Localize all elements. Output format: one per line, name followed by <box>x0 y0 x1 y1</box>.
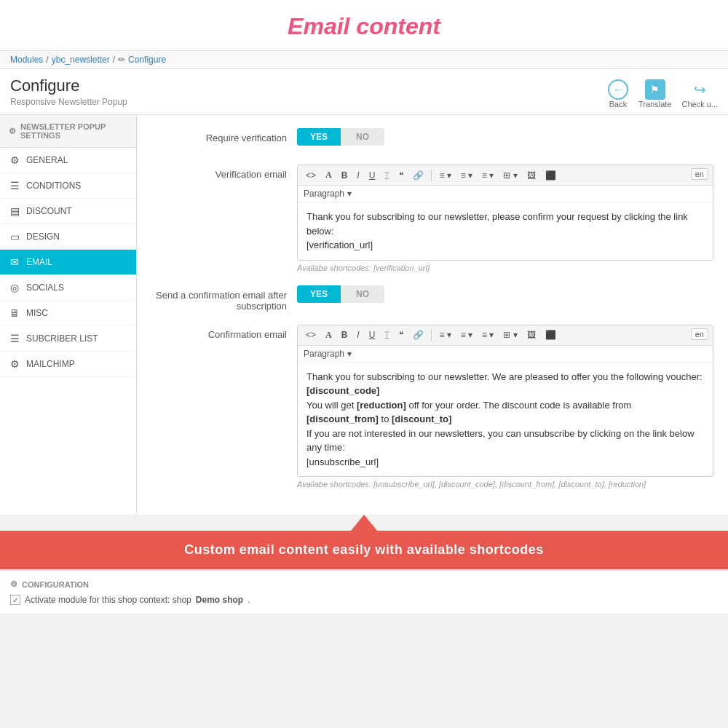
conf-toolbar-code-btn[interactable]: <> <box>302 328 320 341</box>
bottom-arrow-icon <box>351 515 377 531</box>
toolbar-align-btn[interactable]: ≡ ▾ <box>435 169 454 182</box>
require-verification-control: YES NO <box>297 128 713 151</box>
toolbar-quote-btn[interactable]: ❝ <box>395 169 407 182</box>
confirmation-lang-badge[interactable]: en <box>691 328 708 340</box>
sidebar-header-label: NEWSLETTER POPUP SETTINGS <box>20 122 127 140</box>
conf-toolbar-media-btn[interactable]: ⬛ <box>542 328 560 341</box>
toolbar-list1-btn[interactable]: ≡ ▾ <box>457 169 476 182</box>
sidebar-item-mailchimp-label: MAILCHIMP <box>26 359 75 369</box>
page-header: Configure Responsive Newsletter Popup ← … <box>0 69 728 115</box>
breadcrumb-configure[interactable]: Configure <box>128 55 166 65</box>
conf-toolbar-align-btn[interactable]: ≡ ▾ <box>435 328 454 341</box>
conf-toolbar-quote-btn[interactable]: ❝ <box>395 328 407 341</box>
top-banner-title: Email content <box>0 13 728 40</box>
verification-para-bar[interactable]: Paragraph ▾ <box>298 186 713 202</box>
back-action[interactable]: ← Back <box>608 79 628 108</box>
footer-config-row: ✓ Activate module for this shop context:… <box>10 595 718 605</box>
sidebar-item-conditions[interactable]: ☰ CONDITIONS <box>0 173 136 199</box>
conf-toolbar-list2-btn[interactable]: ≡ ▾ <box>478 328 497 341</box>
toolbar-bold-btn[interactable]: B <box>338 169 352 182</box>
top-banner: Email content <box>0 0 728 51</box>
sidebar-header: ⚙ NEWSLETTER POPUP SETTINGS <box>0 115 136 148</box>
toolbar-image-btn[interactable]: 🖼 <box>523 169 539 182</box>
verification-email-label: Verification email <box>151 165 297 180</box>
require-verification-yes[interactable]: YES <box>297 128 341 146</box>
translate-label: Translate <box>638 100 671 108</box>
activate-label: Activate module for this shop context: s… <box>25 595 191 605</box>
send-confirmation-yes[interactable]: YES <box>297 285 341 303</box>
sidebar-item-subscriber-label: SUBCRIBER LIST <box>26 333 98 344</box>
footer-config-label: CONFIGURATION <box>22 580 89 589</box>
send-confirmation-toggle[interactable]: YES NO <box>297 285 384 303</box>
toolbar-strike-btn[interactable]: ⌶ <box>381 169 393 182</box>
conf-toolbar-image-btn[interactable]: 🖼 <box>523 328 539 341</box>
breadcrumb-module-name[interactable]: ybc_newsletter <box>52 55 110 65</box>
activate-checkbox[interactable]: ✓ <box>10 595 20 605</box>
sidebar-item-subscriber-list[interactable]: ☰ SUBCRIBER LIST <box>0 326 136 352</box>
check-action[interactable]: ↪ Check u... <box>681 79 718 108</box>
confirmation-email-toolbar: <> A B I U ⌶ ❝ 🔗 ≡ ▾ ≡ ▾ ≡ ▾ ⊞ ▾ 🖼 <box>298 325 713 346</box>
sidebar-item-discount-label: DISCOUNT <box>26 206 72 216</box>
send-confirmation-no[interactable]: NO <box>341 285 384 303</box>
sidebar-item-email[interactable]: ✉ EMAIL <box>0 250 136 275</box>
sidebar: ⚙ NEWSLETTER POPUP SETTINGS ⚙ GENERAL ☰ … <box>0 115 137 515</box>
sidebar-item-mailchimp[interactable]: ⚙ MAILCHIMP <box>0 352 136 377</box>
confirmation-paragraph-label: Paragraph <box>304 349 344 359</box>
bottom-arrow-container <box>0 515 728 531</box>
toolbar-italic-btn[interactable]: I <box>353 169 363 182</box>
verification-email-toolbar: <> A B I U ⌶ ❝ 🔗 ≡ ▾ ≡ ▾ ≡ ▾ ⊞ ▾ 🖼 <box>298 165 713 186</box>
toolbar-list2-btn[interactable]: ≡ ▾ <box>478 169 497 182</box>
conf-toolbar-underline-btn[interactable]: U <box>365 328 379 341</box>
breadcrumb-modules[interactable]: Modules <box>10 55 43 65</box>
verification-email-editor: <> A B I U ⌶ ❝ 🔗 ≡ ▾ ≡ ▾ ≡ ▾ ⊞ ▾ 🖼 <box>297 165 713 261</box>
sidebar-item-design[interactable]: ▭ DESIGN <box>0 224 136 250</box>
check-label: Check u... <box>681 100 718 108</box>
translate-action[interactable]: ⚑ Translate <box>638 79 671 108</box>
toolbar-code-btn[interactable]: <> <box>302 169 320 182</box>
conf-toolbar-font-btn[interactable]: A <box>322 328 336 342</box>
content-area: Require verification YES NO Verification… <box>137 115 728 515</box>
confirmation-para-bar[interactable]: Paragraph ▾ <box>298 346 713 363</box>
translate-icon: ⚑ <box>645 79 665 100</box>
translate-flag-icon: ⚑ <box>645 79 665 100</box>
toolbar-media-btn[interactable]: ⬛ <box>542 169 560 182</box>
subscriber-list-icon: ☰ <box>9 333 20 344</box>
check-icon: ↪ <box>689 79 710 100</box>
toolbar-link-btn[interactable]: 🔗 <box>409 169 427 182</box>
sidebar-item-general-label: GENERAL <box>26 155 68 165</box>
footer-config: ⚙ CONFIGURATION ✓ Activate module for th… <box>0 569 728 614</box>
require-verification-label: Require verification <box>151 128 297 143</box>
footer-config-header: ⚙ CONFIGURATION <box>10 579 718 589</box>
discount-icon: ▤ <box>9 205 20 217</box>
bottom-banner-wrap: Custom email content easily with availab… <box>0 515 728 569</box>
conditions-icon: ☰ <box>9 180 20 191</box>
breadcrumb: Modules / ybc_newsletter / ✏ Configure <box>0 51 728 69</box>
conf-toolbar-bold-btn[interactable]: B <box>338 328 352 341</box>
sidebar-item-discount[interactable]: ▤ DISCOUNT <box>0 199 136 224</box>
toolbar-underline-btn[interactable]: U <box>365 169 379 182</box>
require-verification-no[interactable]: NO <box>341 128 384 146</box>
require-verification-toggle[interactable]: YES NO <box>297 128 384 146</box>
footer-config-icon: ⚙ <box>10 579 17 589</box>
sidebar-item-conditions-label: CONDITIONS <box>26 181 81 191</box>
conf-toolbar-table-btn[interactable]: ⊞ ▾ <box>499 328 521 341</box>
breadcrumb-sep1: / <box>46 55 48 65</box>
page-subtitle: Responsive Newsletter Popup <box>10 97 127 107</box>
mailchimp-icon: ⚙ <box>9 358 20 370</box>
toolbar-table-btn[interactable]: ⊞ ▾ <box>499 169 521 182</box>
verification-email-body[interactable]: Thank you for subscribing to our newslet… <box>298 202 713 260</box>
breadcrumb-configure-icon: ✏ <box>118 55 125 65</box>
page-header-left: Configure Responsive Newsletter Popup <box>10 76 127 107</box>
conf-toolbar-italic-btn[interactable]: I <box>353 328 363 341</box>
verification-lang-badge[interactable]: en <box>691 168 708 180</box>
sidebar-item-misc[interactable]: 🖥 MISC <box>0 301 136 326</box>
conf-toolbar-link-btn[interactable]: 🔗 <box>409 328 427 341</box>
toolbar-font-btn[interactable]: A <box>322 168 336 182</box>
conf-toolbar-list1-btn[interactable]: ≡ ▾ <box>457 328 476 341</box>
sidebar-item-general[interactable]: ⚙ GENERAL <box>0 148 136 173</box>
sidebar-item-socials[interactable]: ◎ SOCIALS <box>0 275 136 301</box>
page-header-actions: ← Back ⚑ Translate ↪ Check u... <box>608 76 718 108</box>
back-icon: ← <box>608 79 628 100</box>
conf-toolbar-strike-btn[interactable]: ⌶ <box>381 328 393 341</box>
confirmation-email-body[interactable]: Thank you for subscribing to our newslet… <box>298 363 713 477</box>
